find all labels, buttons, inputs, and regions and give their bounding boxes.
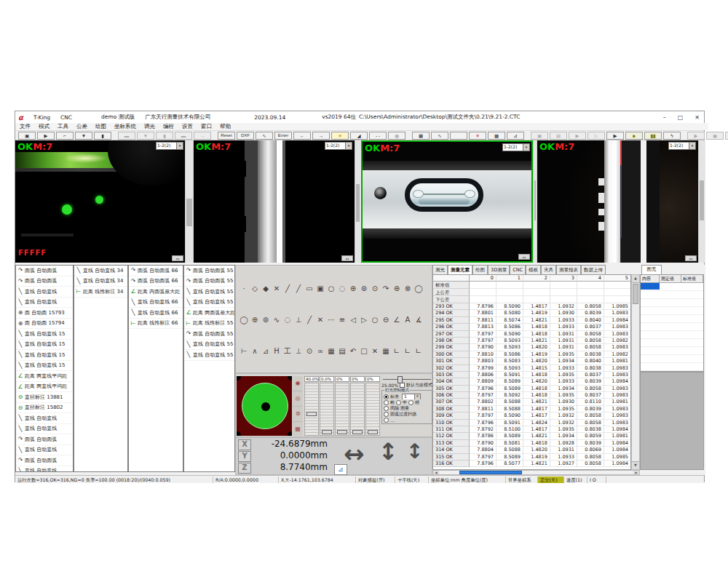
palette-tool-2-0-icon[interactable]: ⊢ <box>239 346 249 356</box>
pillar-button[interactable]: ▮ <box>94 132 111 140</box>
menu-item-2[interactable]: 工具 <box>58 123 68 130</box>
tab-2[interactable]: 绘图 <box>472 265 488 274</box>
palette-tool-0-16-icon[interactable]: ◯ <box>414 284 424 294</box>
tab-8[interactable]: 数据上传 <box>581 265 606 274</box>
feature-item[interactable]: ╲直线 自动直线 34 <box>74 266 127 276</box>
feature-item[interactable]: ╲直线 自动直线 <box>16 445 73 456</box>
slope-button[interactable]: ◢ <box>350 132 368 140</box>
palette-tool-0-3-icon[interactable]: ✕ <box>272 284 282 294</box>
element-row[interactable] <box>641 315 703 323</box>
feature-item[interactable]: ⊢距离 线性标注 34 <box>74 287 127 298</box>
feature-item[interactable]: ╲直线 自动直线 15 <box>16 340 73 351</box>
element-row[interactable] <box>641 363 703 371</box>
level-radio-1[interactable] <box>396 400 401 405</box>
light-slider-4[interactable]: 0% <box>365 376 380 436</box>
standard-radio[interactable] <box>384 394 389 399</box>
table-row[interactable]: 307 OK7.88028.50881.48211.09300.81101.09… <box>433 399 630 405</box>
magnifier-button[interactable]: ◎ <box>388 132 405 140</box>
slider-track[interactable] <box>350 383 365 436</box>
table-row[interactable]: 293 OK7.87968.50901.48171.09320.80581.09… <box>433 303 630 310</box>
blank-button[interactable] <box>450 132 467 140</box>
camera3-resize-grip[interactable]: ⇔ <box>518 254 530 260</box>
table-row[interactable]: 301 OK7.88038.50831.48201.09340.80401.09… <box>433 358 630 364</box>
feature-item[interactable]: ⊢距离 线性标注 66 <box>129 319 183 330</box>
tab-0[interactable]: 测光 <box>432 265 448 274</box>
camera4-scroll-thumb[interactable] <box>700 180 704 220</box>
feature-item[interactable]: ∠距离 两圆弧最大距 <box>184 308 234 319</box>
palette-tool-2-16-icon[interactable]: ∟ <box>414 346 424 356</box>
palette-tool-1-9-icon[interactable]: ≡ <box>337 315 347 325</box>
feature-item[interactable]: ↷圆弧 自动圆弧 55 <box>184 329 234 340</box>
table-row[interactable]: 312 OK7.87868.50891.48211.09340.80591.09… <box>433 433 630 439</box>
dither-button[interactable]: ▩ <box>488 132 505 140</box>
arrow-right-button[interactable]: → <box>312 132 330 140</box>
star-button[interactable]: ✳ <box>469 132 486 140</box>
camera2-resize-grip[interactable]: ⇔ <box>341 255 353 261</box>
palette-tool-1-11-icon[interactable]: ▷ <box>359 315 369 325</box>
save-image-button[interactable]: ▣ <box>18 132 36 140</box>
close-button[interactable]: ✕ <box>695 114 700 121</box>
palette-tool-0-5-icon[interactable]: ╱ <box>293 284 304 294</box>
palette-tool-1-1-icon[interactable]: ⊕ <box>250 315 260 325</box>
jog-z-arrow-icon[interactable]: ↕ <box>406 439 423 463</box>
feature-item[interactable]: ⊢距离 线性标注 55 <box>184 319 234 330</box>
palette-tool-1-14-icon[interactable]: ∠ <box>392 315 402 325</box>
palette-tool-0-0-icon[interactable]: · <box>239 284 249 294</box>
palette-tool-0-12-icon[interactable]: ⊙ <box>370 284 380 294</box>
menu-item-0[interactable]: 文件 <box>20 123 31 130</box>
palette-tool-2-11-icon[interactable]: □ <box>359 346 369 356</box>
palette-tool-0-11-icon[interactable]: ⊛ <box>359 284 369 294</box>
feature-item[interactable]: ↷圆弧 自动圆弧 55 <box>184 266 234 276</box>
camera1-resize-grip[interactable]: ⇔ <box>172 255 183 261</box>
camera2-scrollbar[interactable] <box>355 140 360 263</box>
camera1-scrollbar[interactable] <box>185 140 194 263</box>
play-to-end-button[interactable]: ▶ <box>606 132 624 140</box>
palette-tool-1-10-icon[interactable]: ◁ <box>348 315 358 325</box>
feature-item[interactable]: ╲直线 自动直线 15 <box>16 350 73 361</box>
palette-tool-2-6-icon[interactable]: ⊙ <box>304 346 314 356</box>
tab-1[interactable]: 测量元素 <box>448 265 472 274</box>
level-radio-2[interactable] <box>408 400 414 405</box>
table-row[interactable]: 313 OK7.87908.50811.48181.09280.80391.09… <box>433 440 630 447</box>
feature-item[interactable]: ╲直线 自动直线 15 <box>16 361 73 372</box>
angle-jog-button[interactable]: ⊿ <box>334 464 347 475</box>
feature-item[interactable]: ╲直线 自动直线 <box>16 466 73 473</box>
menu-item-5[interactable]: 坐标系统 <box>114 123 136 130</box>
feature-item[interactable]: ╲直线 自动直线 <box>16 298 73 308</box>
level-radio-0[interactable] <box>384 400 389 405</box>
element-row[interactable] <box>641 323 703 331</box>
slider-thumb[interactable] <box>322 430 332 434</box>
ring-mode-0-icon[interactable]: ◉ <box>293 376 303 391</box>
option-radio[interactable] <box>384 412 389 417</box>
feature-item[interactable]: ╲直线 自动直线 55 <box>184 340 234 351</box>
feature-item[interactable]: ╲直线 自动直线 55 <box>184 350 234 361</box>
table-row[interactable]: 306 OK7.87978.50921.48181.09350.80371.09… <box>433 392 630 399</box>
feature-item[interactable]: ╲直线 自动直线 55 <box>184 298 234 308</box>
chevron-down-icon[interactable]: ▾ <box>523 144 529 151</box>
scroll-right-icon[interactable]: ▶ <box>633 471 639 474</box>
feature-item[interactable]: ╲直线 自动直线 <box>16 424 73 435</box>
standard-select[interactable]: 1▾ <box>402 394 421 399</box>
feature-item[interactable]: ∠距离 内圆弧最大距 <box>129 287 183 298</box>
menu-item-10[interactable]: 帮助 <box>220 123 231 130</box>
palette-tool-1-8-icon[interactable]: ⋯ <box>326 315 336 325</box>
palette-tool-2-14-icon[interactable]: ∟ <box>392 346 402 356</box>
menu-item-7[interactable]: 编程 <box>163 123 174 130</box>
camera4-resize-grip[interactable]: ⇔ <box>685 255 697 261</box>
table-vscroll-thumb[interactable] <box>633 284 638 304</box>
feature-item[interactable]: ╲直线 自动直线 <box>16 287 73 298</box>
table-row[interactable]: 315 OK7.87978.50891.48191.09330.80581.09… <box>433 454 630 461</box>
palette-tool-2-9-icon[interactable]: ▤ <box>337 346 347 356</box>
chart-button[interactable]: ⊿ <box>507 132 524 140</box>
light-slider-1[interactable]: 0.0% <box>320 376 334 436</box>
chevron-down-icon[interactable]: ▾ <box>689 143 695 149</box>
palette-tool-0-6-icon[interactable]: ▭ <box>304 284 314 294</box>
menu-item-4[interactable]: 绘图 <box>95 123 106 130</box>
palette-tool-2-10-icon[interactable]: ↶ <box>348 346 358 356</box>
curve-button[interactable]: ∿ <box>431 132 448 140</box>
palette-tool-2-5-icon[interactable]: ⊥ <box>293 346 304 356</box>
camera2-zoom-select[interactable]: 1-2(2)▾ <box>325 142 352 150</box>
camera-view-1[interactable]: OKM:7 FFFFF 1-2(2)▾ ⇔ <box>15 140 185 263</box>
camera3-scroll-thumb[interactable] <box>534 180 536 220</box>
palette-tool-1-5-icon[interactable]: ⊥ <box>293 315 304 325</box>
